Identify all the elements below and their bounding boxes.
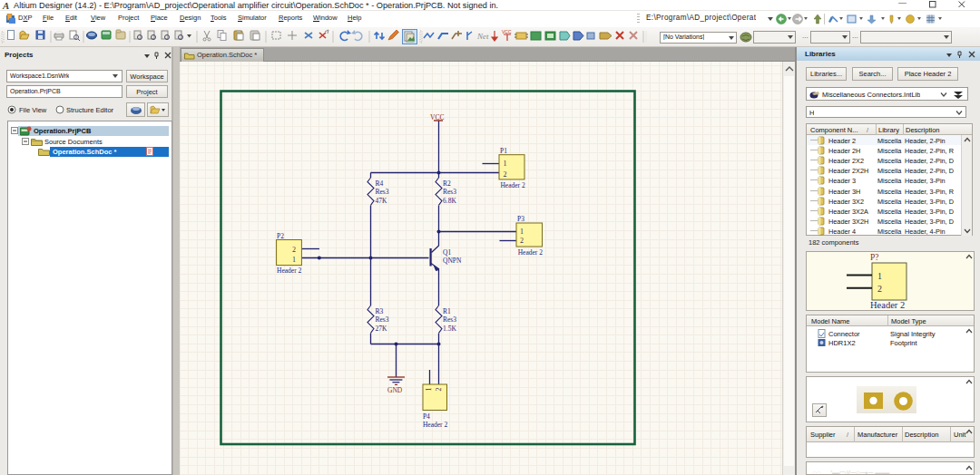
svg-text:Res3: Res3	[376, 315, 389, 324]
svg-text:2: 2	[877, 284, 882, 294]
svg-text:Net: Net	[476, 32, 489, 41]
svg-text:2: 2	[292, 246, 296, 254]
svg-text:Header 2: Header 2	[277, 267, 302, 275]
svg-text:Res3: Res3	[376, 188, 389, 196]
svg-text:Header 2: Header 2	[500, 181, 525, 189]
svg-text:P3: P3	[517, 215, 524, 223]
svg-text:1.5K: 1.5K	[443, 325, 456, 333]
svg-text:2: 2	[435, 388, 443, 392]
svg-text:27K: 27K	[376, 325, 388, 333]
svg-text:P2: P2	[277, 232, 284, 240]
svg-text:2: 2	[504, 170, 507, 179]
svg-text:R4: R4	[376, 179, 384, 188]
svg-text:Res3: Res3	[443, 188, 456, 196]
svg-text:R3: R3	[376, 307, 384, 315]
svg-text:1: 1	[520, 228, 524, 236]
svg-text:1: 1	[425, 388, 433, 392]
svg-text:47K: 47K	[376, 197, 388, 205]
svg-text:R2: R2	[443, 179, 451, 188]
svg-text:QNPN: QNPN	[443, 257, 462, 265]
svg-text:1: 1	[877, 271, 882, 281]
svg-text:VCC: VCC	[430, 113, 444, 121]
svg-text:2: 2	[520, 237, 524, 245]
svg-text:GND: GND	[387, 386, 403, 394]
svg-text:Header 2: Header 2	[518, 248, 544, 257]
svg-text:6.8K: 6.8K	[443, 197, 456, 205]
svg-text:1: 1	[504, 160, 507, 168]
svg-text:Q1: Q1	[443, 248, 451, 257]
svg-text:P4: P4	[423, 412, 430, 421]
svg-text:R1: R1	[443, 307, 451, 315]
svg-text:◌◌ ′▬▭|(─○─▪─ ▬▬: ◌◌ ′▬▭|(─○─▪─ ▬▬	[812, 469, 889, 475]
svg-text:Res3: Res3	[443, 315, 456, 324]
svg-text:VCC: VCC	[502, 29, 512, 34]
svg-text:1: 1	[292, 256, 296, 264]
svg-text:Header 2: Header 2	[870, 300, 905, 310]
svg-text:Header 2: Header 2	[423, 421, 448, 429]
svg-text:P1: P1	[500, 147, 507, 155]
